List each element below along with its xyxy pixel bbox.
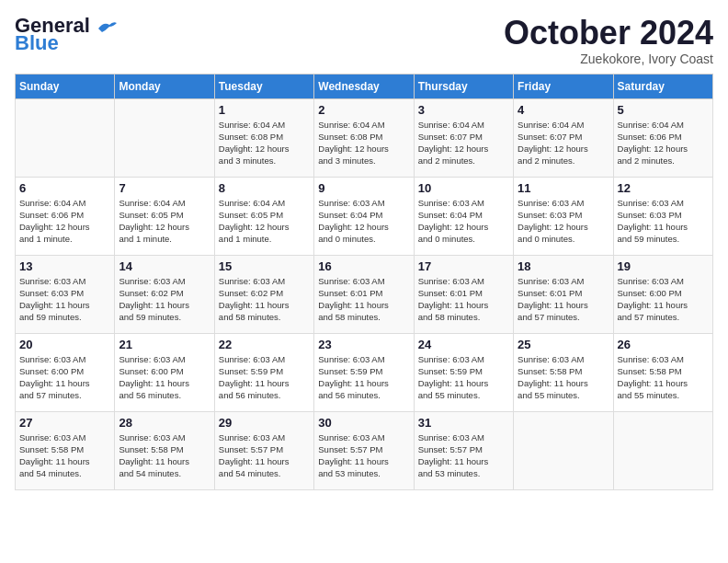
calendar-header-cell: Monday: [115, 74, 214, 98]
title-area: October 2024 Zuekokore, Ivory Coast: [504, 15, 713, 66]
day-info: Sunrise: 6:03 AM Sunset: 6:00 PM Dayligh…: [119, 353, 210, 402]
day-info: Sunrise: 6:03 AM Sunset: 6:02 PM Dayligh…: [119, 275, 210, 324]
calendar-day-cell: 4Sunrise: 6:04 AM Sunset: 6:07 PM Daylig…: [514, 98, 613, 177]
day-info: Sunrise: 6:04 AM Sunset: 6:06 PM Dayligh…: [19, 197, 110, 246]
day-info: Sunrise: 6:04 AM Sunset: 6:05 PM Dayligh…: [119, 197, 210, 246]
calendar-day-cell: 10Sunrise: 6:03 AM Sunset: 6:04 PM Dayli…: [414, 177, 513, 255]
calendar-day-cell: 13Sunrise: 6:03 AM Sunset: 6:03 PM Dayli…: [16, 255, 115, 333]
calendar-day-cell: 22Sunrise: 6:03 AM Sunset: 5:59 PM Dayli…: [214, 333, 313, 411]
day-info: Sunrise: 6:03 AM Sunset: 6:01 PM Dayligh…: [418, 275, 509, 324]
day-number: 12: [618, 181, 709, 195]
calendar-day-cell: 19Sunrise: 6:03 AM Sunset: 6:00 PM Dayli…: [613, 255, 712, 333]
day-info: Sunrise: 6:03 AM Sunset: 6:01 PM Dayligh…: [518, 275, 609, 324]
day-number: 9: [318, 181, 409, 195]
calendar-day-cell: 27Sunrise: 6:03 AM Sunset: 5:58 PM Dayli…: [16, 411, 115, 489]
day-number: 30: [318, 416, 409, 430]
calendar-header-cell: Friday: [514, 74, 613, 98]
header: General Blue October 2024 Zuekokore, Ivo…: [15, 15, 713, 66]
day-number: 6: [19, 181, 110, 195]
month-title: October 2024: [504, 15, 713, 52]
calendar-header-cell: Thursday: [414, 74, 513, 98]
calendar-week-row: 27Sunrise: 6:03 AM Sunset: 5:58 PM Dayli…: [16, 411, 713, 489]
calendar-week-row: 6Sunrise: 6:04 AM Sunset: 6:06 PM Daylig…: [16, 177, 713, 255]
day-info: Sunrise: 6:03 AM Sunset: 6:00 PM Dayligh…: [19, 353, 110, 402]
day-info: Sunrise: 6:04 AM Sunset: 6:07 PM Dayligh…: [418, 119, 509, 167]
calendar-day-cell: 14Sunrise: 6:03 AM Sunset: 6:02 PM Dayli…: [115, 255, 214, 333]
calendar-day-cell: 11Sunrise: 6:03 AM Sunset: 6:03 PM Dayli…: [514, 177, 613, 255]
calendar-day-cell: [16, 98, 115, 177]
day-info: Sunrise: 6:04 AM Sunset: 6:08 PM Dayligh…: [318, 119, 409, 167]
day-number: 24: [418, 338, 509, 351]
day-number: 5: [618, 103, 709, 117]
location-subtitle: Zuekokore, Ivory Coast: [504, 52, 713, 66]
day-info: Sunrise: 6:03 AM Sunset: 5:57 PM Dayligh…: [418, 431, 509, 480]
logo-bird-icon: [97, 19, 117, 34]
day-info: Sunrise: 6:03 AM Sunset: 6:01 PM Dayligh…: [318, 275, 409, 324]
calendar-day-cell: 9Sunrise: 6:03 AM Sunset: 6:04 PM Daylig…: [314, 177, 414, 255]
calendar-day-cell: 16Sunrise: 6:03 AM Sunset: 6:01 PM Dayli…: [314, 255, 414, 333]
calendar-day-cell: [613, 411, 712, 489]
day-number: 2: [318, 103, 409, 117]
day-info: Sunrise: 6:03 AM Sunset: 5:58 PM Dayligh…: [19, 431, 110, 480]
day-number: 22: [219, 338, 310, 351]
day-number: 8: [219, 181, 310, 195]
calendar-day-cell: 1Sunrise: 6:04 AM Sunset: 6:08 PM Daylig…: [214, 98, 313, 177]
day-info: Sunrise: 6:03 AM Sunset: 6:00 PM Dayligh…: [618, 275, 709, 324]
day-info: Sunrise: 6:03 AM Sunset: 6:04 PM Dayligh…: [418, 197, 509, 246]
day-info: Sunrise: 6:03 AM Sunset: 5:57 PM Dayligh…: [219, 431, 310, 480]
calendar-day-cell: 7Sunrise: 6:04 AM Sunset: 6:05 PM Daylig…: [115, 177, 214, 255]
day-number: 7: [119, 181, 210, 195]
calendar-day-cell: 20Sunrise: 6:03 AM Sunset: 6:00 PM Dayli…: [16, 333, 115, 411]
calendar-day-cell: 3Sunrise: 6:04 AM Sunset: 6:07 PM Daylig…: [414, 98, 513, 177]
calendar-header-cell: Wednesday: [314, 74, 414, 98]
day-info: Sunrise: 6:03 AM Sunset: 5:58 PM Dayligh…: [518, 353, 609, 402]
day-number: 27: [19, 416, 110, 430]
day-info: Sunrise: 6:03 AM Sunset: 6:04 PM Dayligh…: [318, 197, 409, 246]
calendar-week-row: 1Sunrise: 6:04 AM Sunset: 6:08 PM Daylig…: [16, 98, 713, 177]
calendar-day-cell: 18Sunrise: 6:03 AM Sunset: 6:01 PM Dayli…: [514, 255, 613, 333]
day-info: Sunrise: 6:03 AM Sunset: 5:59 PM Dayligh…: [418, 353, 509, 402]
day-info: Sunrise: 6:03 AM Sunset: 6:03 PM Dayligh…: [618, 197, 709, 246]
day-number: 23: [318, 338, 409, 351]
day-number: 21: [119, 338, 210, 351]
day-info: Sunrise: 6:03 AM Sunset: 6:03 PM Dayligh…: [19, 275, 110, 324]
day-info: Sunrise: 6:03 AM Sunset: 5:59 PM Dayligh…: [219, 353, 310, 402]
calendar-header-cell: Sunday: [16, 74, 115, 98]
calendar-day-cell: 17Sunrise: 6:03 AM Sunset: 6:01 PM Dayli…: [414, 255, 513, 333]
calendar-day-cell: 23Sunrise: 6:03 AM Sunset: 5:59 PM Dayli…: [314, 333, 414, 411]
calendar-day-cell: 2Sunrise: 6:04 AM Sunset: 6:08 PM Daylig…: [314, 98, 414, 177]
day-number: 11: [518, 181, 609, 195]
day-info: Sunrise: 6:03 AM Sunset: 5:57 PM Dayligh…: [318, 431, 409, 480]
calendar-day-cell: 30Sunrise: 6:03 AM Sunset: 5:57 PM Dayli…: [314, 411, 414, 489]
calendar-week-row: 20Sunrise: 6:03 AM Sunset: 6:00 PM Dayli…: [16, 333, 713, 411]
calendar-day-cell: 28Sunrise: 6:03 AM Sunset: 5:58 PM Dayli…: [115, 411, 214, 489]
day-number: 17: [418, 259, 509, 273]
day-info: Sunrise: 6:04 AM Sunset: 6:06 PM Dayligh…: [618, 119, 709, 167]
calendar-day-cell: 29Sunrise: 6:03 AM Sunset: 5:57 PM Dayli…: [214, 411, 313, 489]
day-number: 4: [518, 103, 609, 117]
calendar-day-cell: 8Sunrise: 6:04 AM Sunset: 6:05 PM Daylig…: [214, 177, 313, 255]
calendar-header-cell: Saturday: [613, 74, 712, 98]
logo: General Blue: [15, 15, 117, 53]
calendar-week-row: 13Sunrise: 6:03 AM Sunset: 6:03 PM Dayli…: [16, 255, 713, 333]
calendar-day-cell: 21Sunrise: 6:03 AM Sunset: 6:00 PM Dayli…: [115, 333, 214, 411]
day-info: Sunrise: 6:03 AM Sunset: 6:02 PM Dayligh…: [219, 275, 310, 324]
day-number: 3: [418, 103, 509, 117]
day-number: 31: [418, 416, 509, 430]
calendar-day-cell: 6Sunrise: 6:04 AM Sunset: 6:06 PM Daylig…: [16, 177, 115, 255]
day-info: Sunrise: 6:04 AM Sunset: 6:07 PM Dayligh…: [518, 119, 609, 167]
day-number: 28: [119, 416, 210, 430]
calendar-day-cell: 15Sunrise: 6:03 AM Sunset: 6:02 PM Dayli…: [214, 255, 313, 333]
day-number: 14: [119, 259, 210, 273]
calendar-table: SundayMondayTuesdayWednesdayThursdayFrid…: [15, 74, 713, 490]
day-number: 1: [219, 103, 310, 117]
day-number: 18: [518, 259, 609, 273]
day-info: Sunrise: 6:04 AM Sunset: 6:05 PM Dayligh…: [219, 197, 310, 246]
day-number: 29: [219, 416, 310, 430]
day-info: Sunrise: 6:03 AM Sunset: 5:59 PM Dayligh…: [318, 353, 409, 402]
calendar-day-cell: 24Sunrise: 6:03 AM Sunset: 5:59 PM Dayli…: [414, 333, 513, 411]
day-info: Sunrise: 6:04 AM Sunset: 6:08 PM Dayligh…: [219, 119, 310, 167]
calendar-day-cell: 5Sunrise: 6:04 AM Sunset: 6:06 PM Daylig…: [613, 98, 712, 177]
day-info: Sunrise: 6:03 AM Sunset: 6:03 PM Dayligh…: [518, 197, 609, 246]
day-number: 26: [618, 338, 709, 351]
